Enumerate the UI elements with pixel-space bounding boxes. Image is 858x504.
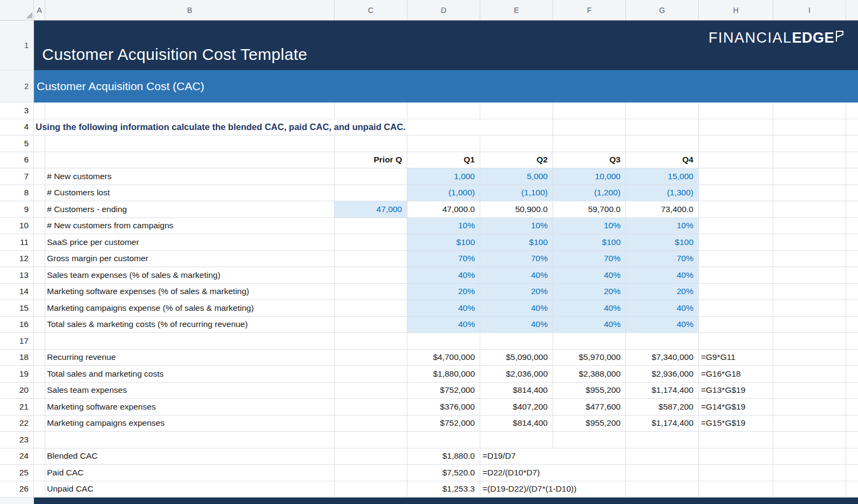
cell-G25[interactable] — [626, 465, 699, 481]
cell-D9[interactable]: 47,000.0 — [407, 201, 480, 218]
cell-E17[interactable] — [480, 333, 553, 350]
cell-G7[interactable]: 15,000 — [626, 168, 699, 185]
row-header-3[interactable]: 3 — [0, 103, 34, 119]
cell-G21[interactable]: $587,200 — [626, 399, 699, 416]
cell-H10[interactable] — [699, 218, 773, 235]
cell-I24[interactable] — [773, 448, 846, 465]
cell-D11[interactable]: $100 — [407, 234, 480, 251]
cell-E9[interactable]: 50,900.0 — [480, 201, 553, 218]
cell-H11[interactable] — [699, 234, 773, 251]
cell-F8[interactable]: (1,200) — [553, 185, 626, 202]
cell-F20[interactable]: $955,200 — [553, 383, 626, 399]
cell-E21[interactable]: $407,200 — [480, 399, 553, 416]
cell-G24[interactable] — [626, 448, 699, 465]
row-header-4[interactable]: 4 — [0, 119, 34, 136]
cell-F3[interactable] — [553, 103, 626, 119]
cell-G14[interactable]: 20% — [626, 284, 699, 301]
cell-C19[interactable] — [335, 366, 407, 383]
cell-I20[interactable] — [773, 383, 846, 399]
cell-E24[interactable]: =D19/D7 — [480, 448, 626, 465]
cell-G26[interactable] — [626, 481, 699, 498]
cell-G16[interactable]: 40% — [626, 317, 699, 333]
cell-D13[interactable]: 40% — [407, 267, 480, 284]
cell-A3[interactable] — [34, 103, 45, 119]
cell-A8[interactable] — [34, 185, 45, 202]
cell-D5[interactable] — [407, 135, 480, 152]
cell-A10[interactable] — [34, 218, 45, 235]
cell-D3[interactable] — [407, 103, 480, 119]
cell-E12[interactable]: 70% — [480, 251, 553, 268]
cell-C5[interactable] — [335, 135, 407, 152]
cell-B21[interactable]: Marketing software expenses — [45, 399, 335, 416]
cell-I11[interactable] — [773, 234, 846, 251]
row-header-27[interactable] — [0, 498, 34, 504]
cell-B26[interactable]: Unpaid CAC — [45, 481, 335, 498]
cell-H19[interactable]: =G16*G18 — [699, 366, 773, 383]
cell-D16[interactable]: 40% — [407, 317, 480, 333]
cell-A7[interactable] — [34, 168, 45, 185]
cell-C13[interactable] — [335, 267, 407, 284]
cell-D17[interactable] — [407, 333, 480, 350]
cell-E19[interactable]: $2,036,000 — [480, 366, 553, 383]
cell-H24[interactable] — [699, 448, 773, 465]
cell-F7[interactable]: 10,000 — [553, 168, 626, 185]
row-header-8[interactable]: 8 — [0, 185, 34, 202]
cell-A9[interactable] — [34, 201, 45, 218]
cell-A24[interactable] — [34, 448, 45, 465]
cell-B16[interactable]: Total sales & marketing costs (% of recu… — [45, 317, 335, 333]
cell-D7[interactable]: 1,000 — [407, 168, 480, 185]
col-header-I[interactable]: I — [773, 0, 846, 20]
cell-A18[interactable] — [34, 350, 45, 366]
cell-A15[interactable] — [34, 300, 45, 317]
cell-B17[interactable] — [45, 333, 335, 350]
cell-B12[interactable]: Gross margin per customer — [45, 251, 335, 268]
row-header-18[interactable]: 18 — [0, 350, 34, 366]
cell-B24[interactable]: Blended CAC — [45, 448, 335, 465]
row-header-7[interactable]: 7 — [0, 168, 34, 185]
cell-B20[interactable]: Sales team expenses — [45, 383, 335, 399]
cell-I4[interactable] — [773, 119, 846, 136]
cell-E18[interactable]: $5,090,000 — [480, 350, 553, 366]
cell-G9[interactable]: 73,400.0 — [626, 201, 699, 218]
cell-G4[interactable] — [626, 119, 699, 136]
row-header-9[interactable]: 9 — [0, 201, 34, 218]
cell-B5[interactable] — [45, 135, 335, 152]
row-header-15[interactable]: 15 — [0, 300, 34, 317]
cell-C26[interactable] — [335, 481, 407, 498]
row-header-12[interactable]: 12 — [0, 251, 34, 268]
cell-A19[interactable] — [34, 366, 45, 383]
row-header-20[interactable]: 20 — [0, 383, 34, 399]
cell-E25[interactable]: =D22/(D10*D7) — [480, 465, 626, 481]
cell-H6[interactable] — [699, 152, 773, 169]
cell-G13[interactable]: 40% — [626, 267, 699, 284]
col-header-G[interactable]: G — [626, 0, 699, 20]
cell-F9[interactable]: 59,700.0 — [553, 201, 626, 218]
cell-C8[interactable] — [335, 185, 407, 202]
cell-B25[interactable]: Paid CAC — [45, 465, 335, 481]
cell-H23[interactable] — [699, 432, 773, 448]
row-header-26[interactable]: 26 — [0, 481, 34, 498]
cell-D18[interactable]: $4,700,000 — [407, 350, 480, 366]
cell-I9[interactable] — [773, 201, 846, 218]
cell-F13[interactable]: 40% — [553, 267, 626, 284]
cell-A26[interactable] — [34, 481, 45, 498]
cell-E15[interactable]: 40% — [480, 300, 553, 317]
cell-I3[interactable] — [773, 103, 846, 119]
cell-G23[interactable] — [626, 432, 699, 448]
cell-H17[interactable] — [699, 333, 773, 350]
cell-I12[interactable] — [773, 251, 846, 268]
cell-G6[interactable]: Q4 — [626, 152, 699, 169]
row-header-24[interactable]: 24 — [0, 448, 34, 465]
cell-D12[interactable]: 70% — [407, 251, 480, 268]
cell-I10[interactable] — [773, 218, 846, 235]
cell-I6[interactable] — [773, 152, 846, 169]
cell-E26[interactable]: =(D19-D22)/(D7*(1-D10)) — [480, 481, 626, 498]
cell-H25[interactable] — [699, 465, 773, 481]
cell-A11[interactable] — [34, 234, 45, 251]
cell-I15[interactable] — [773, 300, 846, 317]
cell-C12[interactable] — [335, 251, 407, 268]
cell-A23[interactable] — [34, 432, 45, 448]
cell-A6[interactable] — [34, 152, 45, 169]
row-header-22[interactable]: 22 — [0, 416, 34, 432]
cell-A22[interactable] — [34, 416, 45, 432]
